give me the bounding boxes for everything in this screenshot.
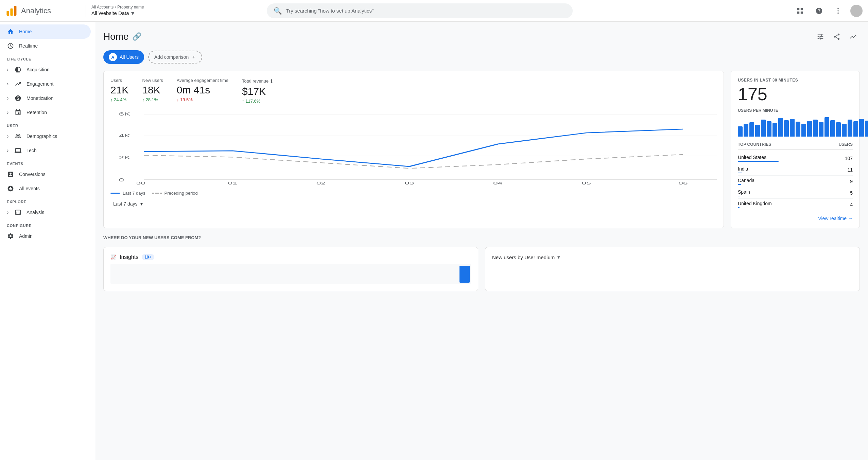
svg-text:0: 0	[119, 178, 124, 182]
bar-14	[813, 120, 818, 137]
line-chart: 6K 4K 2K 0 30	[110, 110, 717, 185]
configure-section-label: CONFIGURE	[0, 219, 95, 229]
country-row-india: India 11	[738, 164, 853, 176]
svg-point-10	[837, 12, 839, 14]
sidebar-item-realtime[interactable]: Realtime	[0, 39, 91, 53]
stat-engagement-value: 0m 41s	[177, 84, 228, 96]
medium-selector[interactable]: New users by User medium ▾	[492, 254, 853, 260]
breadcrumb-bottom-row[interactable]: All Website Data ▾	[91, 10, 154, 17]
apps-icon-button[interactable]	[793, 4, 807, 18]
legend-current-label: Last 7 days	[123, 191, 145, 196]
stat-new-users-change: ↑ 28.1%	[142, 97, 163, 102]
svg-text:06: 06	[678, 181, 688, 185]
country-row-us: United States 107	[738, 153, 853, 164]
country-name-spain: Spain	[738, 189, 750, 196]
bar-7	[772, 123, 777, 137]
bar-16	[824, 117, 829, 137]
stat-revenue-label: Total revenue ℹ	[242, 78, 273, 84]
svg-text:04: 04	[493, 181, 503, 185]
where-users-label: WHERE DO YOUR NEW USERS COME FROM?	[103, 235, 860, 240]
svg-point-8	[837, 8, 839, 9]
medium-card: New users by User medium ▾	[485, 247, 860, 291]
breadcrumb-top: All Accounts › Property name	[91, 5, 154, 10]
bottom-section: WHERE DO YOUR NEW USERS COME FROM? 📈 Ins…	[103, 235, 860, 291]
retention-icon	[14, 109, 22, 116]
sidebar-item-conversions[interactable]: Conversions	[0, 167, 91, 181]
sidebar-item-tech[interactable]: Tech	[0, 143, 91, 158]
svg-text:4K: 4K	[119, 134, 130, 138]
country-bar-india	[738, 173, 742, 173]
stat-users-label: Users	[110, 78, 128, 83]
property-dropdown-icon[interactable]: ▾	[131, 10, 134, 17]
app-header: Analytics All Accounts › Property name A…	[0, 0, 868, 22]
page-title-row: Home 🔗	[103, 31, 141, 42]
revenue-info-icon: ℹ	[271, 78, 273, 84]
search-placeholder-text: Try searching "how to set up Analytics"	[286, 8, 374, 14]
svg-point-9	[837, 10, 839, 12]
bar-9	[784, 120, 789, 137]
monetization-icon	[14, 94, 22, 102]
filter-bar: A All Users Add comparison ＋	[103, 50, 860, 64]
add-comparison-chip[interactable]: Add comparison ＋	[148, 51, 202, 64]
insights-button[interactable]	[846, 30, 860, 43]
country-count-india: 11	[847, 167, 853, 173]
sidebar-item-demographics[interactable]: Demographics	[0, 129, 91, 143]
users-col-label: USERS	[839, 142, 853, 147]
lifecycle-section-label: LIFE CYCLE	[0, 53, 95, 63]
sidebar-all-events-label: All events	[19, 186, 40, 191]
analysis-icon	[14, 209, 22, 216]
sidebar-item-home[interactable]: Home	[0, 24, 91, 39]
date-range-button[interactable]: Last 7 days ▾	[110, 200, 145, 208]
stat-new-users-label: New users	[142, 78, 163, 83]
search-icon: 🔍	[274, 7, 282, 15]
page-link-icon[interactable]: 🔗	[132, 32, 141, 41]
bar-19	[842, 124, 847, 137]
sidebar-item-admin[interactable]: Admin	[0, 229, 91, 243]
country-bar-uk	[738, 207, 740, 208]
country-count-us: 107	[845, 156, 853, 161]
svg-text:Sep: Sep	[133, 185, 148, 185]
sidebar-item-acquisition[interactable]: Acquisition	[0, 63, 91, 77]
sidebar-item-analysis[interactable]: Analysis	[0, 205, 91, 219]
bar-15	[819, 122, 823, 137]
explore-section-label: EXPLORE	[0, 196, 95, 205]
sidebar-admin-label: Admin	[19, 233, 33, 239]
more-options-icon-button[interactable]	[831, 4, 845, 18]
sidebar-demographics-label: Demographics	[27, 134, 57, 139]
acquisition-icon	[14, 66, 22, 73]
country-name-uk: United Kingdom	[738, 201, 772, 208]
stats-row: Users 21K ↑ 24.4% New users 18K ↑ 28.1% …	[110, 78, 717, 104]
chart-footer: Last 7 days ▾	[110, 200, 717, 208]
all-users-filter-chip[interactable]: A All Users	[103, 50, 144, 64]
search-bar[interactable]: 🔍 Try searching "how to set up Analytics…	[267, 3, 573, 18]
bar-3	[749, 122, 754, 137]
svg-rect-2	[14, 6, 16, 16]
insights-preview	[110, 264, 471, 284]
sidebar-item-all-events[interactable]: All events	[0, 181, 91, 196]
sidebar-item-monetization[interactable]: Monetization	[0, 91, 91, 105]
country-count-uk: 4	[850, 202, 853, 207]
view-realtime-link[interactable]: View realtime →	[738, 216, 853, 221]
sidebar-item-retention[interactable]: Retention	[0, 105, 91, 120]
country-row-uk: United Kingdom 4	[738, 199, 853, 210]
sidebar-item-engagement[interactable]: Engagement	[0, 77, 91, 91]
country-bar-spain	[738, 196, 740, 196]
stat-users-value: 21K	[110, 84, 128, 96]
bar-18	[836, 122, 841, 137]
insights-card: 📈 Insights 10+	[103, 247, 478, 291]
help-icon-button[interactable]	[812, 4, 826, 18]
bar-12	[801, 124, 806, 137]
sidebar-realtime-label: Realtime	[19, 43, 38, 49]
customize-button[interactable]	[814, 30, 827, 43]
svg-rect-4	[797, 8, 799, 10]
country-row-canada: Canada 9	[738, 176, 853, 187]
svg-rect-1	[10, 8, 13, 16]
user-avatar[interactable]	[850, 5, 863, 17]
chart-svg: 6K 4K 2K 0 30	[110, 110, 717, 185]
sidebar-acquisition-label: Acquisition	[27, 67, 50, 72]
country-name-us: United States	[738, 155, 779, 162]
main-layout: Home Realtime LIFE CYCLE Acquisition Eng…	[0, 22, 868, 460]
share-button[interactable]	[830, 30, 844, 43]
bar-10	[790, 119, 795, 137]
medium-label: New users by User medium	[492, 254, 555, 260]
